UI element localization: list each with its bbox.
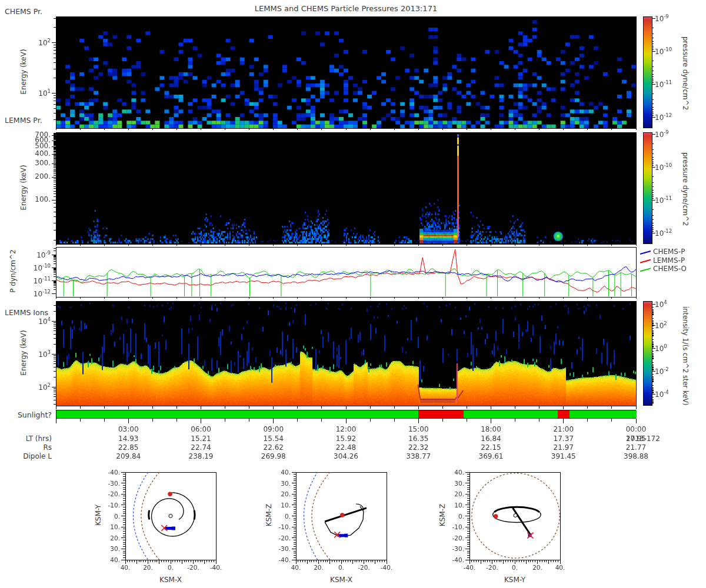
ytick-chems: 102 bbox=[22, 38, 51, 47]
orbit3-xlabel: KSM-Y bbox=[496, 576, 534, 584]
ytick-ions: 103 bbox=[22, 349, 51, 359]
orbit-xtick: -20. bbox=[486, 564, 498, 571]
orbit-ytick: -20. bbox=[279, 534, 291, 542]
hour-label: 03:00 bbox=[109, 425, 147, 433]
orbit-plot-1: -40.-30.-20.-10.0.10.20.30.40.40.20.0.-2… bbox=[108, 469, 222, 571]
ephemeris-value: 238.19 bbox=[182, 452, 220, 460]
ephemeris-value: 209.84 bbox=[109, 452, 147, 460]
cbtick-intensity: 102 bbox=[655, 320, 685, 330]
cbtick-pressure: 10-11 bbox=[655, 79, 685, 89]
orbit-ytick: -40. bbox=[108, 469, 121, 476]
orbit-ytick: -10. bbox=[452, 523, 465, 530]
orbit-ytick: -20. bbox=[108, 490, 121, 497]
ephemeris-value: 15.92 bbox=[327, 435, 365, 443]
start-position-marker bbox=[340, 513, 344, 517]
orbit-ytick: -10. bbox=[108, 502, 121, 509]
ephemeris-value: 17.37 bbox=[545, 435, 582, 443]
orbit-ytick: -30. bbox=[108, 480, 121, 487]
next-day-label: 2013-172 bbox=[624, 435, 662, 443]
cb-label-pressure-2: pressure dyne/cm^2 bbox=[681, 139, 690, 239]
ephemeris-value: 15.54 bbox=[255, 435, 292, 443]
orbit-ytick: 10. bbox=[281, 502, 291, 509]
sunlight-segment-lit bbox=[56, 410, 418, 418]
hour-label: 09:00 bbox=[255, 425, 292, 433]
orbit-ytick: 30. bbox=[281, 480, 291, 487]
ephemeris-value: 304.26 bbox=[327, 452, 365, 460]
orbit-ytick: 0. bbox=[285, 513, 291, 520]
orbit-ytick: -40. bbox=[279, 556, 291, 563]
sunlight-segment-lit bbox=[570, 410, 637, 418]
orbit1-xlabel: KSM-X bbox=[152, 576, 189, 584]
x-position-marker bbox=[527, 533, 533, 539]
orbit-xtick: 20. bbox=[143, 564, 153, 571]
sunlight-label: Sunlight? bbox=[5, 410, 52, 419]
orbit-ytick: 20. bbox=[110, 534, 120, 542]
ytick-pressure: 10-10 bbox=[22, 263, 51, 272]
ephemeris-value: 16.84 bbox=[472, 435, 510, 443]
start-position-marker bbox=[168, 492, 172, 496]
orbit-ytick: -20. bbox=[452, 534, 465, 542]
ytick-pressure: 10-12 bbox=[22, 289, 51, 298]
orbit-plot-2: 40.30.20.10.0.-10.-20.-30.-40.40.20.0.-2… bbox=[279, 469, 393, 571]
cb-label-intensity: intensity 1/(s cm^2 ster keV) bbox=[681, 293, 690, 419]
saturn-marker bbox=[169, 514, 172, 518]
orbit-xtick: 0. bbox=[338, 564, 344, 571]
ytick-ions: 102 bbox=[22, 382, 51, 392]
ephemeris-value: 338.77 bbox=[399, 452, 437, 460]
sunlight-segment-lit bbox=[464, 410, 558, 418]
ephemeris-value: 22.32 bbox=[399, 443, 437, 452]
ephemeris-value: 15.21 bbox=[182, 435, 220, 443]
hour-label: 06:00 bbox=[182, 425, 220, 433]
orbit2-xlabel: KSM-X bbox=[322, 576, 360, 584]
legend-item-lemms-p: LEMMS-P bbox=[653, 256, 685, 265]
orbit-ytick: -10. bbox=[279, 523, 291, 530]
orbit-xtick: -20. bbox=[187, 564, 199, 571]
saturn-marker bbox=[514, 514, 517, 517]
cbtick-pressure: 10-11 bbox=[655, 195, 685, 205]
orbit-ytick: 10. bbox=[110, 523, 120, 530]
ytick-lemms: 200. bbox=[22, 172, 51, 181]
cbtick-intensity: 10-4 bbox=[655, 389, 685, 399]
row-label-lt: LT (hrs) bbox=[5, 435, 52, 443]
orbit-xtick: 20. bbox=[532, 564, 542, 571]
ions-spectrogram bbox=[56, 301, 636, 406]
hour-label: 12:00 bbox=[327, 425, 365, 433]
hour-label: 00:00 bbox=[617, 425, 655, 433]
cbtick-pressure: 10-12 bbox=[655, 228, 685, 238]
cbtick-intensity: 100 bbox=[655, 343, 685, 353]
sunlight-bar bbox=[56, 410, 636, 419]
panel-label-lemms: LEMMS Pr. bbox=[5, 116, 42, 125]
orbit-ytick: 40. bbox=[110, 556, 120, 563]
orbit-ytick: -40. bbox=[452, 556, 465, 563]
ephemeris-value: 22.15 bbox=[472, 443, 510, 452]
ephemeris-value: 22.74 bbox=[182, 443, 220, 452]
page-title: LEMMS and CHEMS Particle Pressures 2013:… bbox=[169, 4, 522, 13]
orbit-ytick: 40. bbox=[281, 469, 291, 476]
orbit1-ylabel: KSM-Y bbox=[94, 483, 102, 547]
panel-label-ions: LEMMS Ions bbox=[5, 308, 48, 317]
hour-label: 18:00 bbox=[472, 425, 510, 433]
orbit-xtick: 40. bbox=[121, 564, 131, 571]
cb-label-pressure-1: pressure dyne/cm^2 bbox=[681, 24, 690, 123]
ytick-chems: 101 bbox=[22, 88, 51, 98]
ephemeris-value: 16.35 bbox=[399, 435, 437, 443]
ephemeris-value: 21.77 bbox=[617, 443, 655, 452]
orbit-ytick: 0. bbox=[114, 513, 120, 520]
ytick-pressure: 10-11 bbox=[22, 276, 51, 285]
ytick-lemms: 400. bbox=[22, 149, 51, 158]
ytick-pressure: 10-9 bbox=[22, 250, 51, 259]
ytick-lemms: 300. bbox=[22, 159, 51, 167]
ytick-lemms: 100. bbox=[22, 195, 51, 203]
ytick-ions: 104 bbox=[22, 316, 51, 326]
ephemeris-value: 22.62 bbox=[255, 443, 292, 452]
row-label-dipole: Dipole L bbox=[5, 452, 52, 460]
figure: LEMMS and CHEMS Particle Pressures 2013:… bbox=[0, 0, 706, 588]
chems-spectrogram bbox=[56, 16, 636, 128]
orbit-ytick: 20. bbox=[281, 490, 291, 497]
legend-item-chems-p: CHEMS-P bbox=[653, 248, 685, 256]
orbit-xtick: 0. bbox=[168, 564, 174, 571]
cbtick-pressure: 10-9 bbox=[655, 14, 685, 23]
orbit-ytick: -30. bbox=[452, 545, 465, 552]
orbit-xtick: -20. bbox=[358, 564, 370, 571]
cbtick-pressure: 10-9 bbox=[655, 129, 685, 139]
